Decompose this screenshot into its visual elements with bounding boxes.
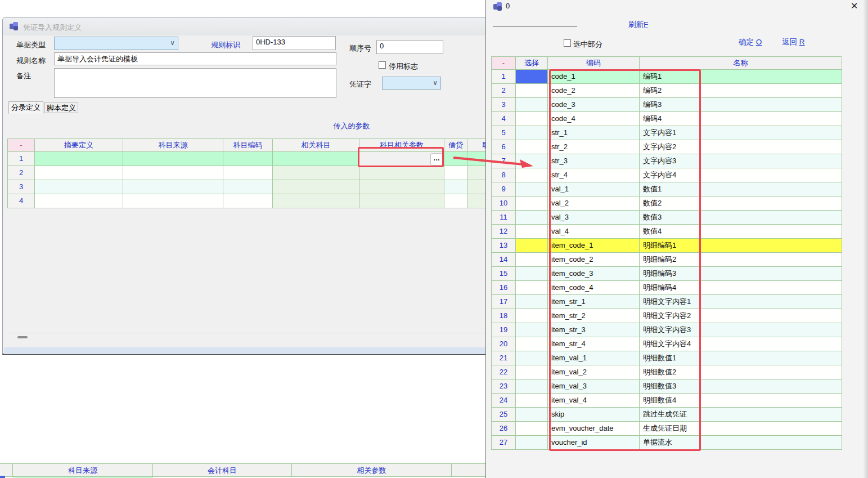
code-cell[interactable]: item_val_2: [548, 365, 640, 379]
name-cell[interactable]: 编码4: [640, 112, 842, 126]
voucher-word-dropdown[interactable]: ∨: [382, 77, 441, 90]
name-cell[interactable]: 文字内容1: [640, 126, 842, 140]
select-cell[interactable]: [516, 112, 548, 126]
cell[interactable]: [223, 180, 273, 194]
row-number[interactable]: 17: [492, 295, 516, 309]
code-cell[interactable]: val_2: [548, 196, 640, 211]
rule-id-input[interactable]: 0HD-133: [253, 36, 336, 50]
splitter-handle[interactable]: [17, 336, 28, 338]
name-cell[interactable]: 明细文字内容2: [640, 309, 842, 323]
name-cell[interactable]: 明细数值3: [640, 379, 842, 394]
code-cell[interactable]: str_3: [548, 154, 640, 168]
select-cell[interactable]: [516, 351, 548, 365]
table-row[interactable]: 13item_code_1明细编码1: [492, 239, 842, 253]
code-cell[interactable]: item_val_4: [548, 394, 640, 408]
table-row[interactable]: 22item_val_2明细数值2: [492, 365, 842, 379]
cell[interactable]: [444, 180, 467, 194]
code-cell[interactable]: item_str_4: [548, 337, 640, 351]
name-cell[interactable]: 数值1: [640, 182, 842, 196]
ok-button[interactable]: 确定 O: [739, 37, 762, 47]
table-row[interactable]: 6str_2文字内容2: [492, 140, 842, 154]
name-cell[interactable]: 明细编码2: [640, 253, 842, 267]
name-cell[interactable]: 数值4: [640, 225, 842, 239]
cell[interactable]: [223, 166, 273, 180]
partial-select-checkbox[interactable]: [564, 39, 571, 47]
row-number[interactable]: 2: [8, 166, 35, 180]
code-cell[interactable]: item_code_4: [548, 281, 640, 295]
row-number[interactable]: 1: [8, 152, 35, 166]
name-cell[interactable]: 明细数值4: [640, 394, 842, 408]
row-number[interactable]: 21: [492, 351, 516, 365]
row-number[interactable]: 12: [492, 225, 516, 239]
cell[interactable]: [223, 194, 273, 208]
row-number[interactable]: 14: [492, 253, 516, 267]
name-cell[interactable]: 编码1: [640, 70, 842, 84]
cell[interactable]: [223, 152, 273, 166]
name-cell[interactable]: 明细数值2: [640, 365, 842, 379]
name-cell[interactable]: 明细编码4: [640, 281, 842, 295]
close-icon[interactable]: ✕: [851, 2, 858, 11]
select-cell[interactable]: [516, 365, 548, 379]
rule-name-input[interactable]: 单据导入会计凭证的模板: [54, 52, 336, 65]
name-cell[interactable]: 跳过生成凭证: [640, 408, 842, 422]
cell[interactable]: [359, 180, 444, 194]
table-row[interactable]: 10val_2数值2: [492, 196, 842, 211]
cell[interactable]: [273, 152, 359, 166]
table-row[interactable]: 2: [8, 166, 512, 180]
select-cell[interactable]: [516, 182, 548, 196]
code-cell[interactable]: code_4: [548, 112, 640, 126]
code-cell[interactable]: item_code_1: [548, 239, 640, 253]
select-cell[interactable]: [516, 70, 548, 84]
name-cell[interactable]: 文字内容2: [640, 140, 842, 154]
select-cell[interactable]: [516, 281, 548, 295]
table-row[interactable]: 25skip跳过生成凭证: [492, 408, 842, 422]
table-row[interactable]: 3code_3编码3: [492, 98, 842, 112]
table-row[interactable]: 17item_str_1明细文字内容1: [492, 295, 842, 309]
cell[interactable]: [359, 166, 444, 180]
code-cell[interactable]: val_1: [548, 182, 640, 196]
name-cell[interactable]: 明细编码3: [640, 267, 842, 281]
name-cell[interactable]: 生成凭证日期: [640, 422, 842, 436]
name-cell[interactable]: 文字内容3: [640, 154, 842, 168]
row-number[interactable]: 2: [492, 84, 516, 98]
name-cell[interactable]: 数值2: [640, 196, 842, 211]
select-cell[interactable]: [516, 126, 548, 140]
row-number[interactable]: 23: [492, 379, 516, 394]
filter-input[interactable]: [493, 17, 577, 26]
row-number[interactable]: 3: [8, 180, 35, 194]
select-cell[interactable]: [516, 267, 548, 281]
cell[interactable]: [444, 194, 467, 208]
table-row[interactable]: 26evm_voucher_date生成凭证日期: [492, 422, 842, 436]
select-cell[interactable]: [516, 225, 548, 239]
table-row[interactable]: 21item_val_1明细数值1: [492, 351, 842, 365]
name-cell[interactable]: 明细编码1: [640, 239, 842, 253]
table-row[interactable]: 1 …: [8, 152, 512, 166]
name-cell[interactable]: 编码2: [640, 84, 842, 98]
cell[interactable]: [273, 166, 359, 180]
row-number[interactable]: 16: [492, 281, 516, 295]
code-cell[interactable]: item_str_2: [548, 309, 640, 323]
table-row[interactable]: 4code_4编码4: [492, 112, 842, 126]
row-number[interactable]: 10: [492, 196, 516, 211]
cell[interactable]: [273, 180, 359, 194]
table-row[interactable]: 2code_2编码2: [492, 84, 842, 98]
table-row[interactable]: 20item_str_4明细文字内容4: [492, 337, 842, 351]
code-cell[interactable]: item_str_3: [548, 323, 640, 337]
disable-flag-checkbox[interactable]: [379, 61, 386, 69]
name-cell[interactable]: 明细文字内容1: [640, 295, 842, 309]
row-number[interactable]: 20: [492, 337, 516, 351]
row-number[interactable]: 19: [492, 323, 516, 337]
select-cell[interactable]: [516, 84, 548, 98]
name-cell[interactable]: 明细文字内容3: [640, 323, 842, 337]
cell[interactable]: [35, 166, 123, 180]
table-row[interactable]: 4: [8, 194, 512, 208]
code-cell[interactable]: str_4: [548, 168, 640, 182]
table-row[interactable]: 5str_1文字内容1: [492, 126, 842, 140]
code-cell[interactable]: item_code_2: [548, 253, 640, 267]
name-cell[interactable]: 数值3: [640, 211, 842, 225]
row-number[interactable]: 9: [492, 182, 516, 196]
name-cell[interactable]: 编码3: [640, 98, 842, 112]
select-cell[interactable]: [516, 239, 548, 253]
row-number[interactable]: 4: [492, 112, 516, 126]
select-cell[interactable]: [516, 211, 548, 225]
